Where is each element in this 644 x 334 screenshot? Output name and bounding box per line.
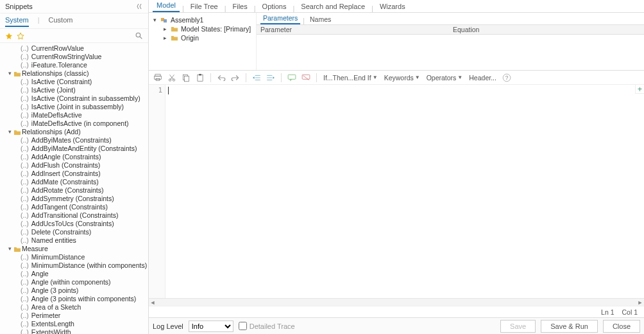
star-add-icon[interactable] [17,32,24,40]
star-filled-icon[interactable] [5,32,13,40]
tab-options[interactable]: Options [258,1,291,12]
tab-search-replace[interactable]: Search and Replace [297,1,369,12]
chevron-right-icon[interactable]: ▸ [162,26,168,32]
add-tab-icon[interactable]: + [635,85,644,94]
tree-leaf[interactable]: (..)AddTangent (Constraints) [3,203,148,211]
model-tree[interactable]: ▾ Assembly1 ▸ Model States: [Primary] ▸ … [149,13,257,70]
folder-icon [13,129,22,136]
tree-leaf[interactable]: (..)AddInsert (Constraints) [3,170,148,178]
paste-icon[interactable] [195,73,205,83]
chevron-down-icon[interactable]: ▾ [151,17,158,23]
tree-leaf[interactable]: (..)Angle [3,270,148,278]
tab-parameters[interactable]: Parameters [260,13,300,24]
tree-leaf[interactable]: (..)Area of a Sketch [3,303,148,312]
redo-icon[interactable] [230,73,241,83]
comment-icon[interactable] [287,73,297,83]
ifthen-dropdown[interactable]: If...Then...End If▼ [322,74,379,82]
code-editor[interactable]: 1 + [149,85,644,298]
svg-rect-21 [288,75,296,79]
tree-leaf[interactable]: (..)ExtentsLength [3,320,148,328]
tree-leaf[interactable]: (..)MinimumDistance (within components) [3,261,148,270]
help-icon[interactable]: ? [502,73,512,83]
tree-leaf[interactable]: (..)Angle (3 points within components) [3,295,148,303]
close-button[interactable]: Close [603,320,640,333]
tree-leaf[interactable]: (..)Delete (Constraints) [3,228,148,236]
detailed-trace-input[interactable] [239,322,247,330]
tree-group-classic[interactable]: ▾ Relationships (classic) [3,69,148,78]
save-run-button[interactable]: Save & Run [541,320,598,333]
scroll-left-icon[interactable]: ◄ [149,299,157,306]
snippets-header: Snippets [0,0,148,13]
chevron-down-icon[interactable]: ▾ [6,128,13,136]
svg-rect-13 [198,75,203,81]
tree-leaf[interactable]: (..)IsActive (Joint in subassembly) [3,103,148,111]
tree-leaf[interactable]: (..)Named entities [3,236,148,245]
tree-leaf[interactable]: (..)AddAngle (Constraints) [3,153,148,161]
collapse-icon[interactable] [137,3,143,10]
tree-leaf[interactable]: (..)Perimeter [3,312,148,320]
print-icon[interactable] [153,73,163,83]
detailed-trace-checkbox[interactable]: Detailed Trace [239,322,295,330]
tree-leaf[interactable]: (..)AddMate (Constraints) [3,178,148,186]
outdent-icon[interactable] [251,73,262,83]
tree-leaf[interactable]: (..)Angle (within components) [3,278,148,286]
tree-leaf[interactable]: (..)CurrentRowStringValue [3,53,148,61]
tab-model[interactable]: Model [153,0,180,12]
loglevel-select[interactable]: Info [189,321,233,332]
tree-leaf[interactable]: (..)AddByiMates (Constraints) [3,136,148,145]
svg-text:?: ? [505,75,509,80]
tab-custom[interactable]: Custom [49,16,73,27]
undo-icon[interactable] [216,73,226,83]
tree-leaf[interactable]: (..)AddTransitional (Constraints) [3,211,148,220]
svg-rect-5 [155,76,162,79]
tree-leaf[interactable]: (..)iFeature.Tolerance [3,61,148,69]
code-body[interactable] [165,85,644,298]
tab-files[interactable]: Files [228,1,251,12]
param-grid-body[interactable] [257,35,644,70]
tree-leaf[interactable]: (..)AddSymmetry (Constraints) [3,195,148,203]
model-root[interactable]: ▾ Assembly1 [150,15,255,24]
tree-leaf[interactable]: (..)MinimumDistance [3,253,148,261]
tree-leaf[interactable]: (..)AddRotate (Constraints) [3,186,148,195]
svg-point-0 [136,33,140,37]
horizontal-scrollbar[interactable]: ◄ ► [149,298,644,306]
main-panel: Model| File Tree| Files| Options| Search… [149,0,644,334]
indent-icon[interactable] [266,73,276,83]
tab-wizards[interactable]: Wizards [376,1,409,12]
keywords-dropdown[interactable]: Keywords▼ [383,74,421,82]
tree-leaf[interactable]: (..)AddFlush (Constraints) [3,161,148,170]
tree-leaf[interactable]: (..)iMateDefIsActive [3,111,148,119]
snippets-tree[interactable]: (..)CurrentRowValue (..)CurrentRowString… [0,43,148,334]
col-equation: Equation [449,26,644,33]
scroll-right-icon[interactable]: ► [636,299,644,306]
tree-leaf[interactable]: (..)Angle (3 points) [3,286,148,295]
chevron-down-icon[interactable]: ▾ [6,69,13,78]
tab-file-tree[interactable]: File Tree [187,1,222,12]
tree-leaf[interactable]: (..)AddUcsToUcs (Constraints) [3,220,148,228]
tree-leaf[interactable]: (..)IsActive (Joint) [3,86,148,94]
operators-dropdown[interactable]: Operators▼ [425,74,464,82]
model-states[interactable]: ▸ Model States: [Primary] [150,24,255,33]
tree-leaf[interactable]: (..)AddByiMateAndEntity (Constraints) [3,145,148,153]
save-button[interactable]: Save [500,320,536,333]
chevron-right-icon[interactable]: ▸ [162,35,168,41]
search-icon[interactable] [135,31,143,40]
tab-system[interactable]: System [5,16,29,27]
model-param-split: ▾ Assembly1 ▸ Model States: [Primary] ▸ … [149,13,644,71]
model-origin[interactable]: ▸ Origin [150,33,255,42]
chevron-down-icon[interactable]: ▾ [6,245,13,253]
tree-leaf[interactable]: (..)ExtentsWidth [3,328,148,334]
tab-names[interactable]: Names [307,15,334,24]
folder-icon [13,246,22,252]
snippets-panel: Snippets System | Custom (..)CurrentRowV… [0,0,149,334]
uncomment-icon[interactable] [301,73,311,83]
header-button[interactable]: Header... [468,74,498,82]
tree-group-add[interactable]: ▾ Relationships (Add) [3,128,148,136]
tree-leaf[interactable]: (..)IsActive (Constraint) [3,78,148,86]
tree-leaf[interactable]: (..)CurrentRowValue [3,44,148,53]
tree-leaf[interactable]: (..)iMateDefIsActive (in component) [3,119,148,128]
copy-icon[interactable] [181,73,191,83]
cut-icon[interactable] [167,73,177,83]
tree-leaf[interactable]: (..)IsActive (Constraint in subassembly) [3,94,148,103]
tree-group-measure[interactable]: ▾ Measure [3,245,148,253]
